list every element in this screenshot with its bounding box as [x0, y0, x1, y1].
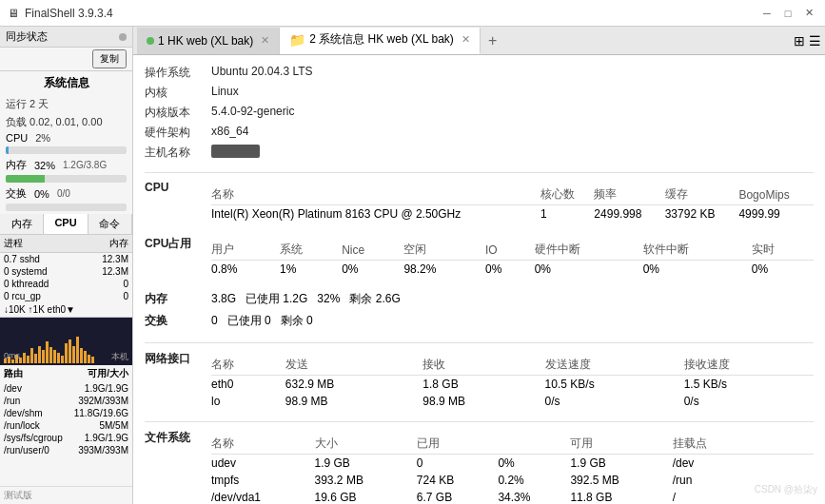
swap-row: 交换 0 已使用 0 剩余 0 [145, 311, 814, 333]
tab-memory[interactable]: 内存 [0, 214, 44, 234]
cpu-table-header: 名称 核心数 频率 缓存 BogoMips [211, 184, 814, 205]
os-row: 操作系统 Ubuntu 20.04.3 LTS [145, 63, 814, 83]
fs-mount: /dev [673, 455, 814, 473]
process-list: 0.7 sshd12.3M 0 systemd12.3M 0 kthreadd0… [0, 253, 132, 302]
table-row: eth0 632.9 MB 1.8 GB 10.5 KB/s 1.5 KB/s [211, 376, 814, 394]
kernel-row: 内核 Linux [145, 83, 814, 103]
grid-view-button[interactable]: ⊞ [794, 33, 805, 48]
table-row: lo 98.9 MB 98.9 MB 0/s 0/s [211, 393, 814, 410]
cpu-value: 2% [35, 132, 50, 144]
col-hw-irq: 硬件中断 [535, 240, 643, 261]
close-button[interactable]: ✕ [800, 5, 817, 22]
disk-row: /dev1.9G/1.9G [0, 382, 132, 395]
disk-section: 路由 可用/大小 /dev1.9G/1.9G /run392M/393M /de… [0, 365, 132, 456]
swap-value: 0% [34, 188, 49, 200]
col-cpu-name: 名称 [211, 184, 540, 205]
col-bogomips: BogoMips [738, 184, 814, 205]
copy-button[interactable]: 复制 [92, 49, 127, 68]
cpu-sw-irq: 0% [643, 261, 752, 279]
tab-command[interactable]: 命令 [88, 214, 132, 234]
chart-labels: 0ms 本机 [4, 351, 128, 363]
col-recv: 接收 [422, 355, 544, 376]
mem-value: 32% [34, 160, 55, 171]
divider [145, 342, 814, 343]
recv-speed: 1.5 KB/s [684, 376, 814, 394]
col-sent: 发送 [285, 355, 422, 376]
process-col-name: 进程 [4, 237, 67, 250]
fs-avail: 11.8 GB [570, 489, 672, 504]
cpu-freq: 2499.998 [594, 205, 664, 223]
table-row: /dev/vda1 19.6 GB 6.7 GB 34.3% 11.8 GB / [211, 489, 814, 504]
tab-label: 1 HK web (XL bak) [158, 34, 253, 48]
fs-size: 393.2 MB [315, 472, 417, 489]
divider [145, 421, 814, 422]
col-iface: 名称 [211, 355, 285, 376]
tab-bar: 1 HK web (XL bak) ✕ 📁 2 系统信息 HK web (XL … [133, 27, 825, 55]
title-bar-left: 🖥 FinalShell 3.9.3.4 [8, 7, 113, 20]
content-area: 操作系统 Ubuntu 20.04.3 LTS 内核 Linux 内核版本 5.… [133, 55, 825, 504]
fs-avail: 392.5 MB [570, 472, 672, 489]
col-fs-mount: 挂载点 [673, 434, 814, 455]
maximize-button[interactable]: □ [779, 5, 796, 22]
col-fs-size: 大小 [315, 434, 417, 455]
list-view-button[interactable]: ☰ [809, 33, 821, 48]
tab-close-icon[interactable]: ✕ [261, 34, 269, 47]
app-body: 同步状态 复制 系统信息 运行 2 天 负载 0.02, 0.01, 0.00 … [0, 27, 825, 504]
os-info-section: 操作系统 Ubuntu 20.04.3 LTS 内核 Linux 内核版本 5.… [145, 63, 814, 163]
col-idle: 空闲 [403, 240, 485, 261]
fs-used: 6.7 GB [417, 489, 499, 504]
filesystem-title: 文件系统 [145, 430, 211, 446]
hostname-value: ■■■■■■■ [211, 145, 260, 158]
swap-info: 0 已使用 0 剩余 0 [211, 313, 313, 329]
col-send-speed: 发送速度 [545, 355, 684, 376]
network-title: 网络接口 [145, 351, 211, 367]
fs-pct: 0% [498, 455, 570, 473]
recv-speed: 0/s [684, 393, 814, 410]
sync-status-label: 同步状态 [6, 29, 48, 44]
os-label: 操作系统 [145, 65, 211, 81]
minimize-button[interactable]: ─ [758, 5, 776, 22]
hostname-row: 主机名称 ■■■■■■■ [145, 143, 814, 163]
cpu-usage-title: CPU占用 [145, 236, 211, 252]
memory-title: 内存 [145, 291, 211, 307]
table-row: Intel(R) Xeon(R) Platinum 8163 CPU @ 2.5… [211, 205, 814, 223]
mem-info-row: 内存 32% 1.2G/3.8G [0, 157, 132, 173]
col-system: 系统 [280, 240, 342, 261]
arch-row: 硬件架构 x86_64 [145, 123, 814, 143]
sent: 98.9 MB [285, 393, 422, 410]
fs-name: udev [211, 455, 315, 473]
tab-system-info[interactable]: 📁 2 系统信息 HK web (XL bak) ✕ [280, 28, 481, 54]
tab-close-icon[interactable]: ✕ [462, 33, 470, 46]
iface-name: lo [211, 393, 285, 410]
mem-progress [0, 173, 132, 185]
swap-label: 交换 [6, 186, 27, 201]
os-value: Ubuntu 20.04.3 LTS [211, 65, 313, 78]
tab-hk-web[interactable]: 1 HK web (XL bak) ✕ [137, 28, 280, 54]
network-header: 名称 发送 接收 发送速度 接收速度 [211, 355, 814, 376]
send-speed: 10.5 KB/s [545, 376, 684, 394]
col-realtime: 实时 [752, 240, 814, 261]
traffic-chart: 0ms 本机 [0, 318, 132, 365]
tab-cpu[interactable]: CPU [44, 214, 88, 234]
cpu-user: 0.8% [211, 261, 280, 279]
runtime-info: 运行 2 天 [0, 95, 132, 113]
right-panel: 1 HK web (XL bak) ✕ 📁 2 系统信息 HK web (XL … [133, 27, 825, 504]
list-item: 0 systemd12.3M [0, 265, 132, 278]
col-cores: 核心数 [540, 184, 594, 205]
net-info: ↓10K ↑1K eth0▼ [0, 302, 132, 318]
sent: 632.9 MB [285, 376, 422, 394]
disk-header: 路由 可用/大小 [0, 365, 132, 382]
send-speed: 0/s [545, 393, 684, 410]
cpu-idle: 98.2% [403, 261, 485, 279]
table-row: 0.8% 1% 0% 98.2% 0% 0% 0% 0% [211, 261, 814, 279]
disk-row: /dev/shm11.8G/19.6G [0, 407, 132, 419]
col-cache: 缓存 [665, 184, 739, 205]
status-dot [119, 33, 127, 41]
cpu-usage-section: CPU占用 用户 系统 Nice 空闲 IO 硬件中断 [145, 234, 814, 280]
filesystem-section: 文件系统 名称 大小 已用 可用 挂载点 [145, 428, 814, 504]
col-recv-speed: 接收速度 [684, 355, 814, 376]
cpu-usage-table-wrapper: 用户 系统 Nice 空闲 IO 硬件中断 软件中断 实时 [211, 236, 814, 278]
cpu-realtime: 0% [752, 261, 814, 279]
add-tab-button[interactable]: + [481, 29, 504, 53]
tab-view-controls: ⊞ ☰ [794, 33, 821, 48]
